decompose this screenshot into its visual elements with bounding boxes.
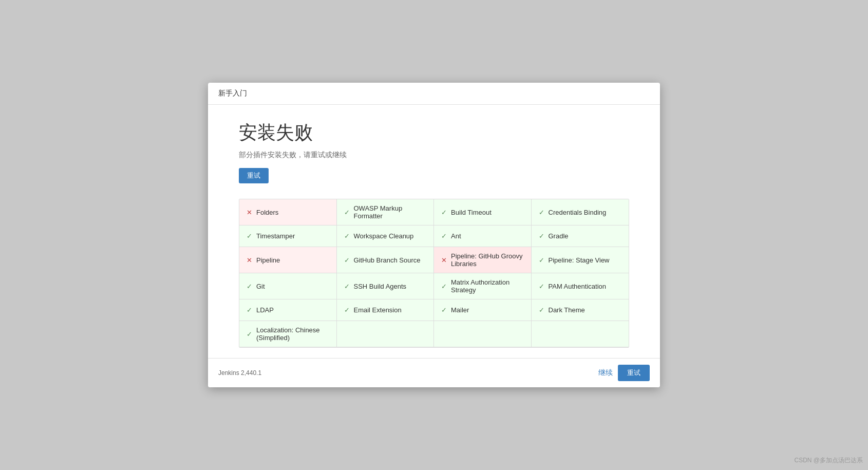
check-icon: ✓ — [247, 283, 252, 290]
plugin-name: Build Timeout — [451, 209, 492, 216]
plugin-cell: ✓Matrix Authorization Strategy — [434, 273, 532, 299]
plugin-cell: ✕Pipeline: GitHub Groovy Libraries — [434, 247, 532, 273]
plugin-name: Dark Theme — [549, 306, 585, 314]
plugin-cell: ✓OWASP Markup Formatter — [337, 199, 435, 225]
plugin-cell: ✓Workspace Cleanup — [337, 225, 435, 247]
retry-button-footer[interactable]: 重试 — [618, 365, 650, 381]
plugin-cell: ✓Build Timeout — [434, 199, 532, 225]
main-title: 安装失败 — [239, 120, 629, 145]
check-icon: ✓ — [344, 306, 350, 314]
plugin-name: Git — [256, 283, 265, 290]
plugin-name: Mailer — [451, 306, 469, 314]
plugin-name: GitHub Branch Source — [354, 256, 421, 264]
plugin-cell: ✓PAM Authentication — [532, 273, 629, 299]
plugin-cell: ✓Gradle — [532, 225, 629, 247]
footer-actions: 继续 重试 — [598, 365, 650, 381]
plugin-cell: ✓Git — [239, 273, 337, 299]
plugin-name: Timestamper — [256, 232, 295, 240]
plugin-cell: ✓Dark Theme — [532, 299, 629, 321]
check-icon: ✓ — [441, 306, 447, 314]
check-icon: ✓ — [344, 232, 350, 240]
plugins-grid: ✕Folders✓OWASP Markup Formatter✓Build Ti… — [239, 199, 629, 348]
plugin-name: LDAP — [256, 306, 274, 314]
dialog-body: 安装失败 部分插件安装失败，请重试或继续 重试 ✕Folders✓OWASP M… — [208, 105, 660, 358]
plugin-cell: ✕Folders — [239, 199, 337, 225]
title-section: 安装失败 部分插件安装失败，请重试或继续 重试 — [239, 120, 629, 183]
header-title: 新手入门 — [218, 89, 247, 97]
plugin-name: Ant — [451, 232, 461, 240]
check-icon: ✓ — [247, 330, 252, 338]
plugin-name: Email Extension — [354, 306, 402, 314]
plugin-cell: ✓Ant — [434, 225, 532, 247]
subtitle: 部分插件安装失败，请重试或继续 — [239, 151, 629, 160]
watermark: CSDN @多加点汤巴达系 — [794, 456, 863, 465]
plugin-name: OWASP Markup Formatter — [354, 204, 427, 220]
continue-link[interactable]: 继续 — [598, 368, 613, 378]
check-icon: ✓ — [441, 283, 447, 290]
check-icon: ✓ — [539, 306, 544, 314]
check-icon: ✓ — [344, 283, 350, 290]
plugin-name: Pipeline — [256, 256, 280, 264]
x-icon: ✕ — [247, 209, 252, 216]
plugin-cell — [532, 321, 629, 347]
plugin-name: Localization: Chinese (Simplified) — [256, 326, 329, 342]
plugin-cell: ✓Mailer — [434, 299, 532, 321]
main-dialog: 新手入门 安装失败 部分插件安装失败，请重试或继续 重试 ✕Folders✓OW… — [208, 83, 660, 387]
check-icon: ✓ — [441, 209, 447, 216]
plugin-name: Credentials Binding — [549, 209, 607, 216]
plugin-name: Workspace Cleanup — [354, 232, 414, 240]
dialog-header: 新手入门 — [208, 83, 660, 105]
check-icon: ✓ — [441, 232, 447, 240]
check-icon: ✓ — [247, 232, 252, 240]
plugin-name: Pipeline: Stage View — [549, 256, 610, 264]
plugin-name: PAM Authentication — [549, 283, 607, 290]
check-icon: ✓ — [539, 256, 544, 264]
plugin-name: SSH Build Agents — [354, 283, 407, 290]
check-icon: ✓ — [539, 209, 544, 216]
plugin-name: Gradle — [549, 232, 569, 240]
retry-button-top[interactable]: 重试 — [239, 168, 269, 183]
plugin-cell: ✓GitHub Branch Source — [337, 247, 435, 273]
check-icon: ✓ — [539, 283, 544, 290]
x-icon: ✕ — [247, 256, 252, 264]
plugin-cell: ✓Localization: Chinese (Simplified) — [239, 321, 337, 347]
dialog-footer: Jenkins 2,440.1 继续 重试 — [208, 358, 660, 387]
plugin-cell: ✓SSH Build Agents — [337, 273, 435, 299]
x-icon: ✕ — [441, 256, 447, 264]
check-icon: ✓ — [344, 256, 350, 264]
check-icon: ✓ — [344, 209, 350, 216]
plugin-cell: ✓LDAP — [239, 299, 337, 321]
plugin-cell — [434, 321, 532, 347]
plugin-cell: ✕Pipeline — [239, 247, 337, 273]
plugin-cell: ✓Timestamper — [239, 225, 337, 247]
check-icon: ✓ — [539, 232, 544, 240]
version-text: Jenkins 2,440.1 — [218, 369, 261, 377]
plugin-name: Pipeline: GitHub Groovy Libraries — [451, 252, 524, 268]
plugin-cell: ✓Credentials Binding — [532, 199, 629, 225]
plugin-name: Matrix Authorization Strategy — [451, 278, 524, 294]
plugin-name: Folders — [256, 209, 278, 216]
plugin-cell: ✓Email Extension — [337, 299, 435, 321]
plugin-cell — [337, 321, 435, 347]
check-icon: ✓ — [247, 306, 252, 314]
plugin-cell: ✓Pipeline: Stage View — [532, 247, 629, 273]
